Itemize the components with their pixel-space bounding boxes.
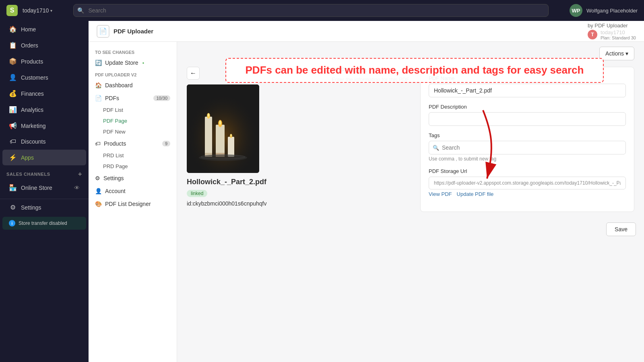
pdf-details-left: PDF details Enter the information for th… (332, 67, 412, 212)
pdf-details-section: PDF details Enter the information for th… (332, 67, 634, 212)
products-nav-icon: 🏷 (95, 140, 101, 147)
save-row: Save (177, 218, 644, 240)
products-badge: 9 (162, 141, 170, 146)
tags-search-icon: 🔍 (433, 145, 439, 151)
marketing-icon: 📢 (9, 122, 17, 130)
chevron-down-icon: ▾ (50, 8, 52, 13)
sidebar-item-finances[interactable]: 💰 Finances (2, 86, 86, 101)
sidebar-item-products[interactable]: 📦 Products (2, 53, 86, 69)
pdf-form: PDF Name PDF Description Tags 🔍 (420, 67, 634, 212)
tags-hint: Use comma , to submit new tag (429, 156, 626, 162)
save-button[interactable]: Save (606, 222, 636, 236)
app-header-left: 📄 PDF Uploader (97, 25, 153, 38)
form-links: View PDF Update PDF file (429, 191, 626, 197)
sidebar-item-discounts[interactable]: 🏷 Discounts (2, 134, 86, 149)
tags-label: Tags (429, 132, 626, 138)
svg-rect-3 (205, 117, 212, 157)
sidebar-item-online-store[interactable]: 🏪 Online Store 👁 (2, 180, 86, 195)
storage-url-field-group: PDF Storage Url View PDF Update PDF file (429, 168, 626, 197)
top-nav-right: WP Wolfgang Placeholder (570, 4, 638, 17)
app-sidebar-prd-page[interactable]: PRD Page (89, 161, 177, 172)
svg-point-13 (231, 134, 232, 136)
sidebar-item-home[interactable]: 🏠 Home (2, 21, 86, 37)
actions-button[interactable]: Actions ▾ (599, 47, 634, 60)
sidebar-item-analytics[interactable]: 📊 Analytics (2, 102, 86, 117)
orders-icon: 📋 (9, 41, 17, 49)
view-pdf-link[interactable]: View PDF (429, 191, 452, 197)
pdf-image-svg (187, 84, 259, 173)
update-pdf-link[interactable]: Update PDF file (457, 191, 494, 197)
sidebar-item-settings[interactable]: ⚙ Settings (2, 200, 86, 215)
storage-url-input[interactable] (429, 177, 626, 189)
settings-nav-icon: ⚙ (95, 175, 100, 181)
app-sidebar-prd-list[interactable]: PRD List (89, 150, 177, 161)
app-icon: 📄 (97, 25, 109, 38)
pdfs-badge: 10/30 (153, 95, 170, 101)
back-button[interactable]: ← (187, 67, 200, 80)
sidebar-settings: ⚙ Settings (0, 199, 89, 215)
home-icon: 🏠 (9, 25, 17, 33)
main-content: PDFs can be edited with name, descriptio… (177, 42, 644, 362)
update-store-item[interactable]: 🔄 Update Store ● (89, 56, 177, 69)
app-sidebar-pdfs[interactable]: 📄 PDFs 10/30 (89, 92, 177, 105)
description-label: PDF Description (429, 104, 626, 110)
user-avatar: WP (570, 4, 582, 17)
store-notice-sidebar: i Store transfer disabled (2, 217, 86, 230)
tags-search-wrap: 🔍 (429, 141, 626, 154)
description-input[interactable] (429, 112, 626, 126)
app-sidebar-settings[interactable]: ⚙ Settings (89, 172, 177, 185)
description-field-group: PDF Description (429, 104, 626, 126)
app-sidebar-account[interactable]: 👤 Account (89, 185, 177, 197)
store-name: today1710 (23, 7, 49, 14)
app-title: PDF Uploader (114, 28, 153, 35)
top-nav: S today1710 ▾ 🔍 WP Wolfgang Placeholder (0, 0, 644, 21)
pdfs-icon: 📄 (95, 95, 102, 101)
tags-input[interactable] (429, 141, 626, 154)
app-sidebar-products[interactable]: 🏷 Products 9 (89, 137, 177, 150)
sidebar-item-marketing[interactable]: 📢 Marketing (2, 118, 86, 134)
app-sidebar-pdf-new[interactable]: PDF New (89, 126, 177, 137)
update-store-icon: 🔄 (95, 60, 102, 66)
sales-channels-label: SALES CHANNELS + (0, 166, 89, 179)
storage-url-label: PDF Storage Url (429, 168, 626, 174)
apps-icon: ⚡ (9, 154, 17, 161)
content-area: 📄 PDF Uploader by PDF Uploader T today17… (89, 21, 644, 362)
dashboard-icon: 🏠 (95, 82, 102, 88)
products-icon: 📦 (9, 58, 17, 65)
eye-icon: 👁 (74, 185, 80, 191)
annotation-banner: PDFs can be edited with name, descriptio… (225, 58, 604, 83)
pdf-id: id:ckybzbmci000h01s6cnpuhqfv (187, 200, 324, 207)
pdf-preview-section: ← (187, 67, 324, 212)
finances-icon: 💰 (9, 90, 17, 97)
analytics-icon: 📊 (9, 106, 17, 113)
svg-rect-7 (216, 125, 225, 157)
pdf-filename-area: Hollowick_-_Part_2.pdf linked id:ckybzbm… (187, 178, 324, 207)
store-selector[interactable]: today1710 ▾ (23, 7, 52, 14)
pdf-filename: Hollowick_-_Part_2.pdf (187, 178, 324, 186)
pdf-image (187, 84, 259, 173)
app-sidebar-pdf-list-designer[interactable]: 🎨 PDF List Designer (89, 197, 177, 210)
v2-label: PDF UPLOADER V2 (89, 69, 177, 79)
sidebar-item-orders[interactable]: 📋 Orders (2, 37, 86, 53)
sidebar-item-apps[interactable]: ⚡ Apps (2, 150, 86, 165)
annotation-text: PDFs can be edited with name, descriptio… (234, 64, 595, 77)
app-sidebar-pdf-list[interactable]: PDF List (89, 105, 177, 115)
user-plan-info: today1710 Plan: Standard 30 (601, 29, 636, 40)
inner-layout: TO SEE CHANGES 🔄 Update Store ● PDF UPLO… (89, 42, 644, 362)
user-name: Wolfgang Placeholder (586, 8, 638, 14)
app-sidebar-pdf-page[interactable]: PDF Page (89, 115, 177, 126)
name-input[interactable] (429, 84, 626, 97)
svg-point-10 (219, 121, 221, 125)
discounts-icon: 🏷 (9, 138, 17, 145)
add-sales-channel-button[interactable]: + (78, 171, 82, 178)
linked-badge: linked (187, 190, 207, 197)
to-see-changes-label: TO SEE CHANGES (89, 47, 177, 56)
app-header: 📄 PDF Uploader by PDF Uploader T today17… (89, 21, 644, 42)
sidebar-item-customers[interactable]: 👤 Customers (2, 70, 86, 85)
store-notice-text: Store transfer disabled (19, 220, 67, 226)
online-store-icon: 🏪 (9, 184, 17, 191)
search-input[interactable] (73, 4, 549, 17)
designer-icon: 🎨 (95, 201, 102, 207)
app-sidebar-dashboard[interactable]: 🏠 Dashboard (89, 79, 177, 92)
shopify-logo: S (6, 5, 18, 16)
